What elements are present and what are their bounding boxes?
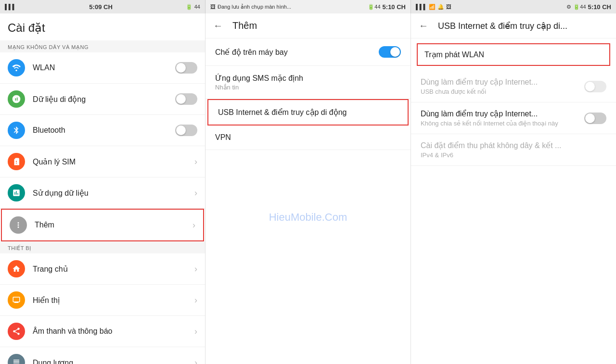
airplane-toggle[interactable] — [379, 46, 401, 58]
time-screen2: 5:10 CH — [383, 3, 406, 11]
sms-label: Ứng dụng SMS mặc định — [215, 74, 401, 83]
tram-phat-section[interactable]: Trạm phát WLAN — [417, 43, 610, 66]
bluetooth-text: Bluetooth — [33, 126, 175, 135]
airplane-label: Chế độ trên máy bay — [215, 48, 288, 57]
bluetooth-toggle-area — [175, 125, 197, 136]
settings-item-sim[interactable]: Quản lý SIM › — [0, 146, 205, 177]
sim-label: Quản lý SIM — [33, 157, 194, 166]
mobile-data-icon — [8, 90, 25, 108]
settings-item-bluetooth[interactable]: Bluetooth — [0, 115, 205, 146]
sound-label: Âm thanh và thông báo — [33, 327, 194, 336]
home-chevron-icon: › — [194, 264, 197, 274]
usb-item-wifi-settings: Cài đặt điểm thu phát không dây & kết ..… — [411, 134, 616, 166]
home-label: Trang chủ — [33, 264, 194, 274]
them-item-airplane[interactable]: Chế độ trên máy bay — [205, 38, 411, 66]
settings-item-home[interactable]: Trang chủ › — [0, 253, 205, 285]
screen2-title: Thêm — [232, 20, 257, 31]
status-bar-screen2: 🖼 Đang lưu ảnh chụp màn hình... 🔋44 5:10… — [205, 0, 411, 13]
status-bars-row: ▌▌▌ 5:09 CH 🔋 44 🖼 Đang lưu ảnh chụp màn… — [0, 0, 616, 13]
display-chevron-icon: › — [194, 295, 197, 305]
home-icon — [8, 260, 25, 277]
sms-sub: Nhắn tin — [215, 84, 401, 91]
them-chevron: › — [192, 220, 195, 230]
status-bar-screen1: ▌▌▌ 5:09 CH 🔋 44 — [0, 0, 205, 13]
settings-item-sound[interactable]: Âm thanh và thông báo › — [0, 316, 205, 347]
usb-item-mobile-tethering[interactable]: Dùng làm điểm truy cập Internet... Không… — [411, 102, 616, 134]
usb-tethering-sub: USB chưa được kết nối — [421, 88, 538, 95]
them-item-vpn[interactable]: VPN — [205, 126, 411, 150]
watermark: HieuMobile.Com — [269, 211, 347, 224]
mobile-data-toggle-area — [175, 93, 197, 105]
settings-item-display[interactable]: Hiển thị › — [0, 285, 205, 316]
wifi-settings-sub: IPv4 & IPv6 — [421, 151, 606, 159]
data-usage-icon — [8, 184, 25, 201]
airplane-row: Chế độ trên máy bay — [215, 46, 401, 58]
settings-item-mobile-data[interactable]: Dữ liệu di động — [0, 84, 205, 115]
notification-area: 🖼 Đang lưu ảnh chụp màn hình... — [210, 4, 291, 10]
signal-icons: ▌▌▌ — [5, 4, 16, 10]
them-item-usb[interactable]: USB Internet & điểm truy cập di động — [207, 99, 409, 126]
screen2-header: ← Thêm — [205, 13, 411, 38]
mobile-data-text: Dữ liệu di động — [33, 95, 175, 104]
sim-text: Quản lý SIM — [33, 157, 194, 166]
mobile-data-toggle[interactable] — [175, 93, 197, 105]
wlan-toggle-area — [175, 62, 197, 74]
sim-chevron-icon: › — [194, 157, 197, 167]
back-button-screen3[interactable]: ← — [419, 20, 428, 31]
photo-icon: 🖼 — [210, 4, 216, 10]
vpn-label: VPN — [215, 133, 401, 142]
back-button-screen2[interactable]: ← — [213, 20, 223, 31]
storage-chevron-icon: › — [194, 358, 197, 364]
status-bar-screen3: ▌▌▌ 📶 🔔 🖼 ⚙ 🔋44 5:10 CH — [411, 0, 616, 13]
bluetooth-label: Bluetooth — [33, 126, 175, 135]
wlan-toggle[interactable] — [175, 62, 197, 74]
them-item-sms[interactable]: Ứng dụng SMS mặc định Nhắn tin — [205, 66, 411, 99]
time-screen3: 5:10 CH — [588, 3, 611, 11]
signal-icon: ▌▌▌ — [5, 4, 16, 10]
wlan-label: WLAN — [33, 63, 175, 72]
home-text: Trang chủ — [33, 264, 194, 274]
wifi-settings-label: Cài đặt điểm thu phát không dây & kết ..… — [421, 141, 606, 150]
them-text: Thêm — [35, 221, 192, 229]
data-usage-chevron: › — [194, 188, 197, 198]
time-screen1: 5:09 CH — [89, 3, 112, 11]
bluetooth-toggle[interactable] — [175, 125, 197, 136]
them-label: Thêm — [35, 221, 192, 229]
section-label-network: MẠNG KHÔNG DÂY VÀ MẠNG — [0, 40, 205, 52]
sound-chevron-icon: › — [194, 326, 197, 337]
screens-container: Cài đặt MẠNG KHÔNG DÂY VÀ MẠNG WLAN Dữ l… — [0, 13, 616, 364]
display-label: Hiển thị — [33, 296, 194, 305]
sim-chevron: › — [194, 157, 197, 167]
settings-item-storage[interactable]: Dung lượng › — [0, 347, 205, 364]
tram-phat-label: Trạm phát WLAN — [424, 50, 603, 59]
settings-header: Cài đặt — [0, 13, 205, 40]
data-usage-label: Sử dụng dữ liệu — [33, 188, 194, 198]
usb-tethering-label: Dùng làm điểm truy cập Internet... — [421, 77, 538, 87]
settings-item-data-usage[interactable]: Sử dụng dữ liệu › — [0, 177, 205, 209]
signal-icons-3: ▌▌▌ 📶 🔔 🖼 — [416, 4, 451, 10]
screen-them: ← Thêm Chế độ trên máy bay Ứng dụng SMS … — [205, 13, 411, 364]
mobile-tethering-toggle[interactable] — [584, 113, 606, 124]
section-label-device: THIẾT BỊ — [0, 241, 205, 253]
usb-item-usb-tethering: Dùng làm điểm truy cập Internet... USB c… — [411, 71, 616, 102]
battery-icons-2: 🔋44 5:10 CH — [368, 3, 406, 11]
wlan-text: WLAN — [33, 63, 175, 72]
mobile-tethering-row: Dùng làm điểm truy cập Internet... Không… — [421, 109, 606, 127]
settings-item-wlan[interactable]: WLAN — [0, 52, 205, 84]
data-usage-text: Sử dụng dữ liệu — [33, 188, 194, 198]
screen3-header: ← USB Internet & điểm truy cập di... — [411, 13, 616, 38]
battery-icons-3: ⚙ 🔋44 5:10 CH — [566, 3, 611, 11]
sound-text: Âm thanh và thông báo — [33, 327, 194, 336]
sim-icon — [8, 153, 25, 170]
usb-tethering-row: Dùng làm điểm truy cập Internet... USB c… — [421, 77, 606, 95]
them-icon — [10, 216, 27, 234]
mobile-tethering-sub: Không chia sẻ kết nối Internet của điện … — [421, 120, 579, 127]
data-usage-chevron-icon: › — [194, 188, 197, 198]
notification-text: Đang lưu ảnh chụp màn hình... — [218, 4, 291, 10]
bluetooth-icon — [8, 122, 25, 139]
settings-title: Cài đặt — [8, 21, 197, 35]
screen-usb: ← USB Internet & điểm truy cập di... Trạ… — [411, 13, 616, 364]
wlan-icon — [8, 59, 25, 76]
settings-item-them[interactable]: Thêm › — [1, 209, 204, 241]
usb-tethering-toggle — [584, 81, 606, 92]
